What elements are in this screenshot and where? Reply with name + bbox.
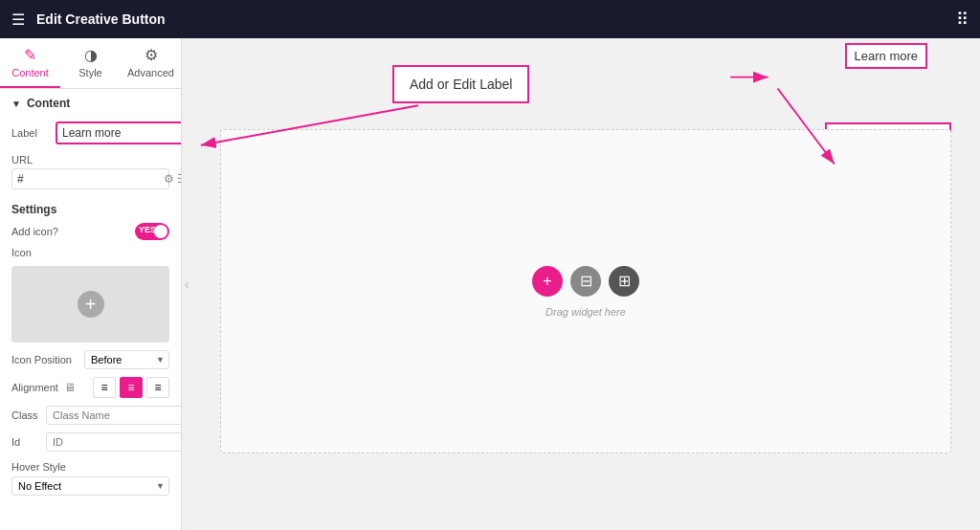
url-row: URL ⚙ ☰ (0, 150, 181, 193)
resize-handle[interactable]: ‹ (182, 38, 191, 530)
content-tab-icon: ✎ (24, 46, 36, 64)
tab-style-label: Style (78, 67, 101, 78)
add-icon-button[interactable]: + (78, 291, 104, 318)
toggle-yes-label: YES (139, 225, 156, 234)
id-input[interactable] (46, 432, 182, 452)
id-row: Id (0, 429, 181, 455)
add-icon-label: Add icon? (11, 226, 58, 237)
class-input[interactable] (46, 406, 182, 425)
page-title: Edit Creative Button (36, 11, 956, 27)
drop-zone-buttons: + ⊟ ⊞ (532, 266, 639, 297)
tab-content[interactable]: ✎ Content (0, 38, 60, 88)
grid-icon[interactable]: ⠿ (956, 9, 969, 30)
hover-style-select[interactable]: No Effect Lift Grow Shrink (11, 476, 169, 496)
alignment-row: Alignment 🖥 ≡ ≡ ≡ (0, 373, 181, 402)
learn-more-box: Learn more (845, 43, 927, 69)
chevron-icon: ▼ (11, 99, 21, 109)
drag-widget-text: Drag widget here (546, 306, 626, 318)
add-icon-row: Add icon? YES (0, 220, 181, 243)
widget-options-button[interactable]: ⊟ (570, 266, 601, 297)
add-icon-toggle[interactable]: YES (135, 223, 169, 240)
sidebar: ✎ Content ◑ Style ⚙ Advanced ▼ Content L… (0, 38, 182, 530)
icon-position-row: Icon Position Before After ▼ (0, 346, 181, 373)
label-input-wrapper: 🗑 (56, 121, 182, 144)
label-row: Label 🗑 (0, 118, 181, 148)
add-edit-label-annotation: Add or Edit Label (392, 65, 529, 103)
icon-position-select[interactable]: Before After (84, 350, 169, 369)
alignment-buttons: ≡ ≡ ≡ (93, 377, 169, 398)
style-tab-icon: ◑ (84, 46, 98, 64)
elementor-button[interactable]: ⊞ (609, 266, 639, 297)
add-widget-button[interactable]: + (532, 266, 563, 297)
url-input[interactable] (17, 172, 161, 186)
hover-style-select-wrapper: No Effect Lift Grow Shrink ▼ (11, 476, 169, 496)
label-input[interactable] (62, 126, 182, 140)
content-section-label: Content (27, 97, 70, 110)
icon-section-label: Icon (0, 243, 181, 262)
monitor-icon: 🖥 (64, 381, 76, 394)
advanced-tab-icon: ⚙ (145, 46, 158, 64)
settings-icon[interactable]: ⚙ (164, 172, 174, 186)
drop-zone: + ⊟ ⊞ Drag widget here (220, 129, 951, 453)
url-input-wrapper: ⚙ ☰ (11, 168, 169, 189)
drop-zone-content: + ⊟ ⊞ Drag widget here (532, 266, 639, 318)
class-row: Class (0, 402, 181, 429)
tab-content-label: Content (11, 67, 49, 78)
align-right-button[interactable]: ≡ (146, 377, 169, 398)
canvas-area: Learn more Button Text Add or Edit Label… (191, 38, 980, 530)
hamburger-icon[interactable]: ☰ (11, 11, 25, 29)
tab-style[interactable]: ◑ Style (60, 38, 121, 88)
add-edit-label-box: Add or Edit Label (392, 65, 529, 103)
class-label: Class (11, 409, 40, 421)
tabs: ✎ Content ◑ Style ⚙ Advanced (0, 38, 181, 89)
icon-box[interactable]: + (11, 266, 169, 342)
label-field-label: Label (11, 127, 50, 139)
top-bar: ☰ Edit Creative Button ⠿ (0, 0, 980, 38)
id-label: Id (11, 436, 40, 448)
icon-position-select-wrapper: Before After ▼ (84, 350, 169, 369)
icon-position-label: Icon Position (11, 354, 78, 365)
tab-advanced[interactable]: ⚙ Advanced (121, 38, 181, 88)
learn-more-annotation: Learn more (845, 43, 927, 69)
align-left-button[interactable]: ≡ (93, 377, 116, 398)
hover-style-section: Hover Style No Effect Lift Grow Shrink ▼ (0, 455, 181, 499)
hover-style-label: Hover Style (11, 461, 169, 473)
content-section-header[interactable]: ▼ Content (0, 89, 181, 118)
align-center-button[interactable]: ≡ (120, 377, 143, 398)
main-layout: ✎ Content ◑ Style ⚙ Advanced ▼ Content L… (0, 38, 980, 530)
alignment-label: Alignment (11, 382, 58, 393)
tab-advanced-label: Advanced (127, 67, 174, 78)
url-label: URL (11, 154, 169, 166)
settings-header: Settings (0, 195, 181, 220)
